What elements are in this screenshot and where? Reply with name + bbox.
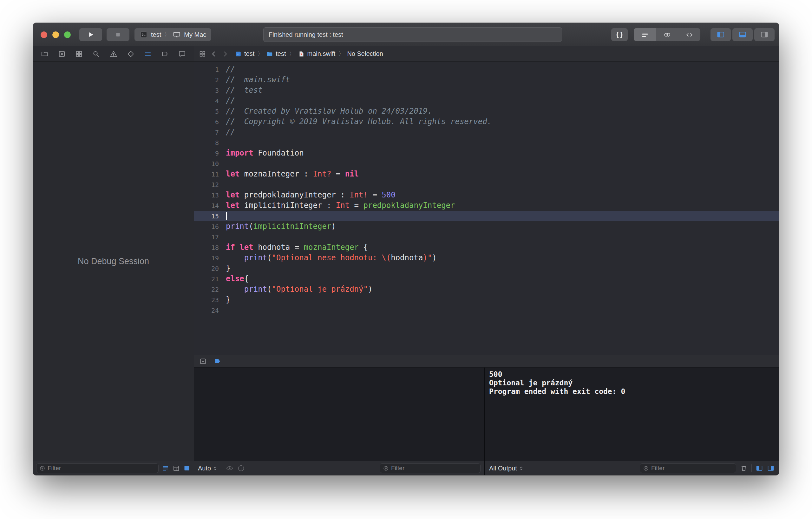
navigator-filter-field[interactable]: Filter (36, 463, 158, 473)
code-line[interactable]: 11let moznaInteger : Int? = nil (194, 169, 779, 179)
standard-editor-button[interactable] (634, 28, 656, 41)
related-items-icon[interactable] (199, 50, 206, 58)
scheme-target-label[interactable]: test (151, 31, 161, 38)
code-line[interactable]: 7// (194, 127, 779, 137)
print-description-button[interactable] (237, 464, 245, 472)
back-button[interactable] (210, 50, 218, 58)
line-number[interactable]: 15 (194, 212, 219, 220)
breakpoint-navigator-icon[interactable] (161, 50, 169, 58)
square-fill-icon[interactable] (183, 464, 191, 472)
report-navigator-icon[interactable] (178, 50, 186, 58)
console-scope-dropdown[interactable]: All Output (489, 465, 524, 472)
code-line[interactable]: 24 (194, 305, 779, 316)
code-line[interactable]: 3// test (194, 85, 779, 95)
line-number[interactable]: 10 (194, 160, 219, 168)
line-number[interactable]: 2 (194, 76, 219, 84)
grid-icon[interactable] (173, 465, 180, 472)
issue-navigator-icon[interactable] (110, 50, 118, 58)
line-number[interactable]: 21 (194, 275, 219, 283)
code-braces-button[interactable]: {} (611, 28, 628, 41)
symbol-navigator-icon[interactable] (75, 50, 83, 58)
code-line[interactable]: 5// Created by Vratislav Holub on 24/03/… (194, 106, 779, 116)
code-line[interactable]: 4// (194, 95, 779, 106)
breadcrumb-item[interactable]: main.swift (298, 50, 336, 57)
code-line[interactable]: 9import Foundation (194, 148, 779, 158)
code-line[interactable]: 13let predpokladanyInteger : Int! = 500 (194, 190, 779, 200)
code-line[interactable]: 18if let hodnota = moznaInteger { (194, 242, 779, 253)
code-line[interactable]: 20} (194, 263, 779, 274)
line-number[interactable]: 19 (194, 254, 219, 262)
code-line[interactable]: 14let implicitniInteger : Int = predpokl… (194, 200, 779, 211)
code-line[interactable]: 22 print("Optional je prázdný") (194, 284, 779, 295)
code-line[interactable]: 1// (194, 64, 779, 75)
breadcrumb-item[interactable]: test (235, 50, 254, 57)
source-control-navigator-icon[interactable] (58, 50, 66, 58)
line-number[interactable]: 13 (194, 191, 219, 199)
inspector-panel-toggle[interactable] (754, 28, 775, 41)
find-navigator-icon[interactable] (92, 50, 100, 58)
code-line[interactable]: 17 (194, 232, 779, 242)
quick-look-button[interactable] (226, 464, 233, 472)
minimize-button[interactable] (52, 31, 59, 38)
line-number[interactable]: 12 (194, 181, 219, 189)
line-number[interactable]: 1 (194, 66, 219, 73)
clear-console-button[interactable] (740, 464, 748, 472)
code-line[interactable]: 12 (194, 179, 779, 190)
breadcrumb-item[interactable]: test (266, 50, 286, 57)
zoom-button[interactable] (64, 31, 71, 38)
code-line[interactable]: 23} (194, 295, 779, 305)
breakpoint-toggle-icon[interactable] (213, 357, 222, 365)
show-console-view-toggle[interactable] (767, 464, 775, 472)
console-filter-field[interactable]: Filter (640, 463, 736, 473)
line-number[interactable]: 9 (194, 149, 219, 157)
code-line[interactable]: 6// Copyright © 2019 Vratislav Holub. Al… (194, 116, 779, 127)
line-number[interactable]: 17 (194, 233, 219, 241)
console-output[interactable]: 500Optional je prázdnýProgram ended with… (485, 367, 779, 461)
code-line[interactable]: 15 (194, 211, 779, 221)
line-number[interactable]: 8 (194, 139, 219, 147)
line-number[interactable]: 5 (194, 108, 219, 115)
line-number[interactable]: 7 (194, 129, 219, 136)
variables-scope-dropdown[interactable]: Auto (198, 465, 218, 472)
code-line[interactable]: 2// main.swift (194, 75, 779, 85)
scheme-destination-label[interactable]: My Mac (184, 31, 206, 38)
code-line[interactable]: 16print(implicitniInteger) (194, 221, 779, 232)
run-button[interactable] (79, 28, 102, 41)
project-navigator-icon[interactable] (40, 50, 49, 58)
line-number[interactable]: 14 (194, 202, 219, 210)
line-number[interactable]: 18 (194, 244, 219, 251)
debug-area-panel-toggle[interactable] (732, 28, 753, 41)
variables-filter-field[interactable]: Filter (380, 463, 481, 473)
code-line[interactable]: 21else{ (194, 274, 779, 284)
stop-button[interactable] (107, 28, 129, 41)
version-editor-button[interactable] (678, 28, 700, 41)
test-navigator-icon[interactable] (126, 50, 135, 58)
hide-debug-area-icon[interactable] (199, 357, 207, 365)
line-number[interactable]: 24 (194, 307, 219, 314)
line-number[interactable]: 4 (194, 97, 219, 105)
line-number[interactable]: 3 (194, 87, 219, 94)
line-number[interactable]: 22 (194, 286, 219, 293)
code-line[interactable]: 10 (194, 158, 779, 169)
show-variables-view-toggle[interactable] (756, 464, 763, 472)
line-number[interactable]: 6 (194, 118, 219, 126)
navigator-panel-toggle[interactable] (710, 28, 731, 41)
close-button[interactable] (40, 31, 47, 38)
breadcrumb-item[interactable]: No Selection (347, 50, 383, 57)
variables-view[interactable] (194, 367, 485, 461)
filter-icon (39, 465, 46, 471)
scheme-selector[interactable]: test 〉 My Mac (135, 28, 211, 41)
code-editor[interactable]: 1//2// main.swift3// test4//5// Created … (194, 61, 779, 355)
line-number[interactable]: 11 (194, 170, 219, 178)
line-number[interactable]: 20 (194, 265, 219, 272)
assistant-editor-button[interactable] (656, 28, 678, 41)
bars-icon[interactable] (162, 464, 169, 472)
line-number[interactable]: 16 (194, 223, 219, 230)
forward-button[interactable] (222, 50, 229, 58)
scheme-target-icon (140, 30, 148, 39)
debug-navigator-icon[interactable] (144, 50, 152, 58)
filter-icon (643, 465, 649, 471)
code-line[interactable]: 8 (194, 137, 779, 148)
code-line[interactable]: 19 print("Optional nese hodnotu: \(hodno… (194, 253, 779, 263)
line-number[interactable]: 23 (194, 296, 219, 304)
